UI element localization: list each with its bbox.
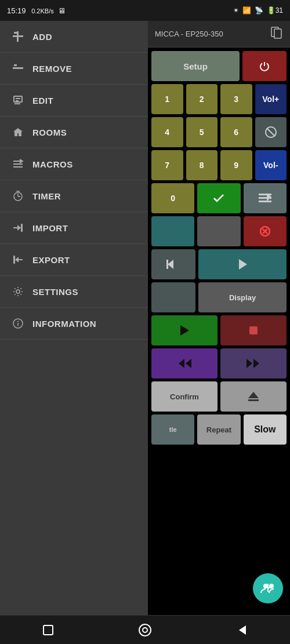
sidebar-label-add: ADD	[32, 32, 52, 42]
time-display: 15:19	[7, 6, 26, 15]
sidebar-label-rooms: ROOMS	[32, 128, 67, 137]
check-button[interactable]	[197, 183, 240, 213]
sidebar-item-add[interactable]: ADD	[0, 21, 148, 53]
num7-button[interactable]: 7	[151, 150, 183, 180]
num3-button[interactable]: 3	[220, 84, 252, 114]
confirm-button[interactable]: Confirm	[151, 381, 217, 412]
power-button[interactable]	[242, 51, 287, 81]
play-button[interactable]	[198, 249, 287, 279]
edit-icon	[12, 94, 24, 107]
rooms-icon	[12, 126, 24, 139]
vol-plus-button[interactable]: Vol+	[255, 84, 287, 114]
svg-rect-2	[14, 32, 17, 34]
mute-button[interactable]	[255, 117, 287, 147]
sidebar: ADD REMOVE EDIT	[0, 21, 148, 615]
sidebar-item-export[interactable]: EXPORT	[0, 244, 148, 276]
misc2-button[interactable]	[151, 282, 195, 312]
fab-button[interactable]	[253, 573, 283, 603]
btn-row-4: 7 8 9 Vol-	[151, 150, 287, 180]
svg-rect-6	[14, 103, 20, 104]
svg-marker-41	[186, 359, 191, 368]
svg-rect-30	[259, 201, 271, 202]
misc1-button[interactable]	[151, 216, 194, 246]
stop-button[interactable]	[220, 315, 287, 345]
btn-row-11: Confirm	[151, 381, 287, 412]
import-icon	[12, 221, 24, 234]
status-network: 0.2KB/s	[31, 8, 54, 14]
setup-button[interactable]: Setup	[151, 51, 240, 81]
remove-icon	[12, 62, 24, 75]
subtitle-button[interactable]: tle	[151, 414, 194, 445]
num8-button[interactable]: 8	[186, 150, 218, 180]
eject-button[interactable]	[220, 381, 287, 412]
svg-rect-4	[14, 64, 17, 66]
btn-row-12: tle Repeat Slow	[151, 414, 287, 445]
close-button[interactable]	[244, 216, 287, 246]
btn-row-5: 0	[151, 183, 287, 213]
nav-home-button[interactable]	[135, 620, 155, 641]
svg-rect-36	[166, 260, 168, 269]
vol-minus-button[interactable]: Vol-	[255, 150, 287, 180]
sidebar-item-settings[interactable]: SETTINGS	[0, 276, 148, 308]
sidebar-item-information[interactable]: INFORMATION	[0, 308, 148, 340]
svg-line-27	[267, 128, 275, 136]
svg-point-51	[139, 624, 151, 636]
svg-rect-8	[16, 100, 19, 101]
svg-point-23	[17, 321, 19, 322]
timer-icon	[12, 190, 24, 202]
nav-square-button[interactable]	[38, 620, 59, 641]
svg-rect-28	[259, 194, 271, 195]
sidebar-item-macros[interactable]: MACROS	[0, 148, 148, 180]
num1-button[interactable]: 1	[151, 84, 183, 114]
page-icon[interactable]	[270, 26, 283, 42]
btn-row-8: Display	[151, 282, 287, 312]
remote-panel: MICCA - EP250-350 Setup	[148, 21, 290, 615]
num0-button[interactable]: 0	[151, 183, 194, 213]
svg-rect-17	[21, 224, 23, 232]
svg-point-52	[143, 628, 147, 632]
buttons-area: Setup 1 2 3 Vol+ 4 5 6	[148, 48, 290, 615]
fast-forward-button[interactable]	[220, 348, 287, 379]
spacer1-button	[197, 216, 240, 246]
menu-button[interactable]	[244, 183, 287, 213]
repeat-button[interactable]: Repeat	[197, 414, 240, 445]
sidebar-label-edit: EDIT	[32, 96, 53, 105]
nav-back-button[interactable]	[231, 620, 252, 641]
sidebar-label-settings: SETTINGS	[32, 287, 78, 297]
signal-icon: 📶	[242, 6, 251, 14]
svg-marker-35	[168, 260, 173, 269]
play2-button[interactable]	[151, 315, 217, 345]
num4-button[interactable]: 4	[151, 117, 183, 147]
sidebar-item-remove[interactable]: REMOVE	[0, 53, 148, 85]
svg-rect-45	[248, 399, 259, 401]
sidebar-label-import: IMPORT	[32, 223, 68, 233]
display-button[interactable]: Display	[198, 282, 287, 312]
svg-rect-25	[274, 29, 281, 38]
sidebar-label-export: EXPORT	[32, 255, 70, 265]
num5-button[interactable]: 5	[186, 117, 218, 147]
main-container: ADD REMOVE EDIT	[0, 21, 290, 615]
svg-rect-7	[16, 98, 20, 99]
svg-marker-44	[248, 392, 259, 398]
sidebar-item-rooms[interactable]: ROOMS	[0, 117, 148, 148]
svg-rect-3	[13, 67, 23, 69]
sidebar-label-macros: MACROS	[32, 159, 73, 169]
rewind-button[interactable]	[151, 348, 217, 379]
svg-rect-1	[17, 31, 19, 42]
slow-button[interactable]: Slow	[244, 414, 287, 445]
add-icon	[12, 30, 24, 43]
information-icon	[12, 317, 24, 330]
sidebar-item-timer[interactable]: TIMER	[0, 180, 148, 212]
status-bar: 15:19 0.2KB/s 🖥 ✴ 📶 📡 🔋31	[0, 0, 290, 21]
sidebar-item-edit[interactable]: EDIT	[0, 85, 148, 117]
num9-button[interactable]: 9	[220, 150, 252, 180]
num2-button[interactable]: 2	[186, 84, 218, 114]
sidebar-item-import[interactable]: IMPORT	[0, 212, 148, 244]
btn-row-10	[151, 348, 287, 379]
sidebar-label-remove: REMOVE	[32, 64, 72, 74]
skip-back-button[interactable]	[151, 249, 195, 279]
bluetooth-icon: ✴	[233, 6, 239, 14]
wifi-icon: 📡	[255, 6, 263, 14]
num6-button[interactable]: 6	[220, 117, 252, 147]
svg-marker-38	[180, 325, 189, 336]
